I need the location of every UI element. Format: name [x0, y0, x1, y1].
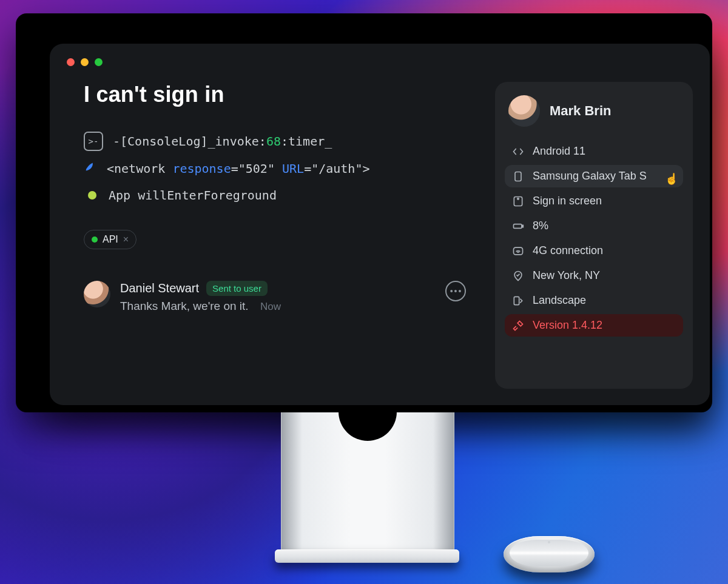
app-window: I can't sign in >- -[ConsoleLog]_invoke:…	[50, 44, 710, 405]
tag-remove-icon[interactable]: ×	[123, 234, 129, 245]
reply-message: Thanks Mark, we're on it.	[120, 300, 249, 312]
device-battery-row[interactable]: 8%	[505, 215, 683, 237]
log-line-console: >- -[ConsoleLog]_invoke:68:timer_	[84, 132, 478, 151]
svg-rect-6	[514, 297, 519, 304]
svg-point-2	[517, 198, 519, 200]
reply-author: Daniel Stewart	[120, 281, 199, 295]
device-network: 4G connection	[533, 244, 603, 257]
minimize-icon[interactable]	[81, 58, 89, 66]
reply-more-button[interactable]: •••	[445, 281, 478, 301]
device-icon	[512, 170, 524, 183]
device-orientation: Landscape	[533, 294, 586, 307]
tag-chip[interactable]: API ×	[84, 230, 136, 249]
main-panel: I can't sign in >- -[ConsoleLog]_invoke:…	[67, 82, 478, 389]
stage: I can't sign in >- -[ConsoleLog]_invoke:…	[0, 0, 728, 584]
stand-notch	[339, 412, 397, 441]
window-traffic-lights	[67, 58, 693, 66]
device-orientation-row[interactable]: Landscape	[505, 289, 683, 312]
terminal-icon: >-	[84, 132, 103, 151]
reply-block: Daniel Stewart Sent to user Thanks Mark,…	[84, 281, 478, 313]
svg-rect-4	[522, 225, 524, 227]
device-version-row[interactable]: Version 1.4.12	[505, 314, 683, 337]
screen-icon	[512, 195, 524, 207]
reply-status-badge: Sent to user	[206, 281, 268, 296]
log-network-text: <network response="502" URL="/auth">	[107, 159, 370, 178]
page-title: I can't sign in	[84, 82, 478, 107]
tools-icon	[512, 320, 524, 332]
user-name: Mark Brin	[550, 103, 611, 119]
log-console-text: -[ConsoleLog]_invoke:68:timer_	[113, 132, 332, 150]
device-battery: 8%	[533, 220, 548, 232]
monitor-stand	[281, 412, 454, 554]
device-version: Version 1.4.12	[533, 319, 602, 332]
device-model: Samsung Galaxy Tab S	[533, 170, 647, 183]
log-line-network: <network response="502" URL="/auth">	[84, 159, 478, 178]
tag-status-dot-icon	[92, 237, 98, 243]
cursor-hand-icon: ☝	[665, 172, 678, 186]
device-os-row[interactable]: Android 11	[505, 140, 683, 163]
monitor-stand-base	[275, 549, 459, 563]
orientation-icon	[512, 295, 524, 307]
device-screen-row[interactable]: Sign in screen	[505, 190, 683, 212]
log-app-text: App willEnterForeground	[109, 186, 277, 204]
reply-avatar[interactable]	[84, 281, 110, 307]
close-icon[interactable]	[67, 58, 75, 66]
reply-time: Now	[260, 301, 281, 312]
monitor-bezel: I can't sign in >- -[ConsoleLog]_invoke:…	[16, 13, 712, 412]
code-icon	[512, 146, 524, 158]
mouse-hardware	[504, 536, 595, 572]
device-model-row[interactable]: Samsung Galaxy Tab S ☝	[505, 165, 683, 187]
maximize-icon[interactable]	[95, 58, 103, 66]
status-dot-icon	[88, 191, 96, 200]
wifi-icon	[512, 245, 524, 257]
tag-label: API	[103, 234, 118, 245]
device-screen: Sign in screen	[533, 195, 602, 207]
location-icon	[512, 270, 524, 282]
content: I can't sign in >- -[ConsoleLog]_invoke:…	[67, 82, 693, 389]
battery-icon	[512, 220, 524, 232]
log-line-app: App willEnterForeground	[84, 186, 478, 204]
rocket-icon	[84, 159, 97, 178]
device-location-row[interactable]: New York, NY	[505, 264, 683, 287]
user-avatar[interactable]	[508, 95, 540, 127]
user-sidebar: Mark Brin Android 11 Samsung Galaxy Tab …	[495, 82, 693, 389]
svg-rect-0	[515, 172, 521, 181]
device-network-row[interactable]: 4G connection	[505, 240, 683, 262]
more-icon: •••	[445, 281, 466, 301]
device-location: New York, NY	[533, 269, 600, 282]
svg-rect-3	[514, 224, 522, 228]
device-os: Android 11	[533, 145, 585, 158]
reply-body: Daniel Stewart Sent to user Thanks Mark,…	[120, 281, 436, 313]
